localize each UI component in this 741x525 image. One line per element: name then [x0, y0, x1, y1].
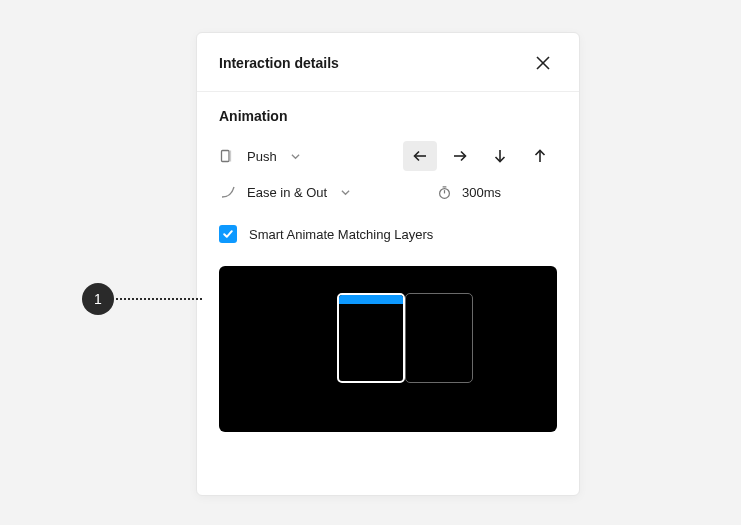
easing-row: Ease in & Out 300ms [219, 174, 557, 210]
chevron-down-icon [341, 188, 350, 197]
annotation-leader-line [116, 298, 202, 300]
animation-section: Animation Push [197, 92, 579, 252]
svg-rect-2 [222, 151, 230, 162]
direction-up-button[interactable] [523, 141, 557, 171]
preview-frame-back [405, 293, 473, 383]
preview-frame-front [337, 293, 405, 383]
panel-header: Interaction details [197, 33, 579, 92]
annotation-1: 1 [82, 283, 202, 315]
direction-right-button[interactable] [443, 141, 477, 171]
chevron-down-icon [291, 152, 300, 161]
direction-down-button[interactable] [483, 141, 517, 171]
transition-select[interactable]: Push [219, 148, 300, 164]
ease-curve-icon [219, 184, 237, 200]
easing-label: Ease in & Out [247, 185, 327, 200]
interaction-details-panel: Interaction details Animation Push [196, 32, 580, 496]
direction-left-button[interactable] [403, 141, 437, 171]
smart-animate-row: Smart Animate Matching Layers [219, 216, 557, 252]
panel-title: Interaction details [219, 55, 339, 71]
animation-preview [219, 266, 557, 432]
smart-animate-checkbox[interactable] [219, 225, 237, 243]
preview-frame-header [339, 295, 403, 304]
push-icon [219, 148, 237, 164]
close-button[interactable] [529, 49, 557, 77]
arrow-left-icon [412, 148, 428, 164]
arrow-up-icon [532, 148, 548, 164]
annotation-badge: 1 [82, 283, 114, 315]
check-icon [222, 228, 234, 240]
arrow-right-icon [452, 148, 468, 164]
close-icon [535, 55, 551, 71]
arrow-down-icon [492, 148, 508, 164]
duration-label: 300ms [462, 185, 501, 200]
timer-icon [437, 185, 452, 200]
smart-animate-label: Smart Animate Matching Layers [249, 227, 433, 242]
duration-field[interactable]: 300ms [437, 185, 557, 200]
transition-row: Push [219, 138, 557, 174]
transition-label: Push [247, 149, 277, 164]
easing-select[interactable]: Ease in & Out [219, 184, 350, 200]
direction-group [403, 141, 557, 171]
section-title: Animation [219, 108, 557, 124]
